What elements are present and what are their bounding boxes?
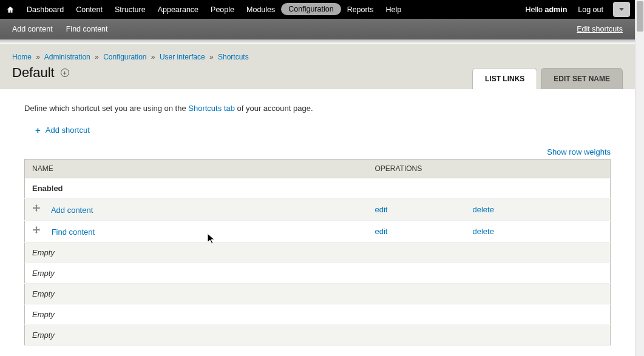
username[interactable]: admin bbox=[544, 5, 567, 14]
show-row-weights-link[interactable]: Show row weights bbox=[547, 147, 611, 156]
col-name: NAME bbox=[25, 160, 368, 178]
delete-link[interactable]: delete bbox=[472, 227, 493, 236]
table-row-empty: Empty bbox=[25, 284, 611, 304]
menu-people[interactable]: People bbox=[205, 0, 240, 19]
drag-handle-icon[interactable] bbox=[32, 204, 41, 213]
breadcrumb-administration[interactable]: Administration bbox=[44, 53, 90, 61]
page-title: Default + bbox=[12, 65, 69, 89]
menu-reports[interactable]: Reports bbox=[341, 0, 380, 19]
content-region: Define which shortcut set you are using … bbox=[0, 89, 635, 356]
edit-link[interactable]: edit bbox=[375, 205, 388, 214]
toolbar-toggle-icon[interactable] bbox=[613, 2, 630, 17]
delete-link[interactable]: delete bbox=[472, 205, 493, 214]
row-link-add-content[interactable]: Add content bbox=[51, 206, 93, 215]
plus-icon: + bbox=[35, 125, 41, 135]
add-shortcut-label: Add shortcut bbox=[46, 126, 90, 135]
show-row-weights: Show row weights bbox=[24, 147, 611, 156]
breadcrumb: Home » Administration » Configuration » … bbox=[12, 53, 623, 61]
shortcut-find-content[interactable]: Find content bbox=[66, 25, 108, 33]
empty-cell: Empty bbox=[25, 243, 611, 263]
intro-before: Define which shortcut set you are using … bbox=[24, 104, 188, 113]
table-row-empty: Empty bbox=[25, 243, 611, 263]
breadcrumb-home[interactable]: Home bbox=[12, 53, 32, 61]
empty-cell: Empty bbox=[25, 304, 611, 325]
edit-link[interactable]: edit bbox=[375, 227, 388, 236]
col-operations: OPERATIONS bbox=[368, 160, 611, 178]
scrollbar-thumb[interactable] bbox=[637, 1, 643, 32]
table-row: Find content edit delete bbox=[25, 221, 611, 243]
add-to-shortcuts-icon[interactable]: + bbox=[61, 69, 69, 77]
shortcut-table: NAME OPERATIONS Enabled Add content edit bbox=[24, 159, 611, 346]
tab-list-links[interactable]: LIST LINKS bbox=[472, 68, 537, 89]
hello-prefix: Hello bbox=[526, 5, 545, 14]
edit-shortcuts-link[interactable]: Edit shortcuts bbox=[577, 25, 623, 33]
shortcut-add-content[interactable]: Add content bbox=[12, 25, 53, 33]
empty-cell: Empty bbox=[25, 325, 611, 346]
admin-toolbar: Dashboard Content Structure Appearance P… bbox=[0, 0, 635, 19]
page-header-area: Home » Administration » Configuration » … bbox=[0, 44, 635, 89]
breadcrumb-sep: » bbox=[207, 53, 216, 61]
tab-edit-set-name[interactable]: EDIT SET NAME bbox=[541, 68, 623, 89]
admin-menu: Dashboard Content Structure Appearance P… bbox=[21, 0, 407, 19]
breadcrumb-configuration[interactable]: Configuration bbox=[103, 53, 146, 61]
empty-cell: Empty bbox=[25, 284, 611, 304]
hello-user: Hello admin bbox=[526, 5, 568, 14]
breadcrumb-sep: » bbox=[149, 53, 158, 61]
breadcrumb-sep: » bbox=[33, 53, 42, 61]
empty-cell: Empty bbox=[25, 263, 611, 284]
logout-link[interactable]: Log out bbox=[578, 5, 603, 14]
user-block: Hello admin Log out bbox=[526, 5, 610, 14]
table-row-empty: Empty bbox=[25, 325, 611, 346]
breadcrumb-user-interface[interactable]: User interface bbox=[160, 53, 205, 61]
add-shortcut-link[interactable]: + Add shortcut bbox=[35, 125, 611, 135]
primary-tabs: LIST LINKS EDIT SET NAME bbox=[472, 68, 623, 89]
breadcrumb-shortcuts[interactable]: Shortcuts bbox=[218, 53, 249, 61]
breadcrumb-sep: » bbox=[92, 53, 101, 61]
intro-after: of your account page. bbox=[235, 104, 313, 113]
table-row-empty: Empty bbox=[25, 263, 611, 284]
menu-modules[interactable]: Modules bbox=[240, 0, 281, 19]
menu-appearance[interactable]: Appearance bbox=[152, 0, 205, 19]
menu-help[interactable]: Help bbox=[379, 0, 407, 19]
scrollbar[interactable] bbox=[635, 0, 644, 356]
row-link-find-content[interactable]: Find content bbox=[52, 227, 95, 237]
toolbar-shadow bbox=[0, 39, 635, 44]
home-icon[interactable] bbox=[0, 0, 21, 19]
table-row: Add content edit delete bbox=[25, 199, 611, 221]
menu-configuration[interactable]: Configuration bbox=[281, 3, 341, 15]
section-enabled: Enabled bbox=[25, 178, 611, 199]
menu-structure[interactable]: Structure bbox=[109, 0, 152, 19]
shortcuts-tab-link[interactable]: Shortcuts tab bbox=[188, 104, 235, 113]
shortcut-bar: Add content Find content Edit shortcuts bbox=[0, 19, 635, 39]
page-title-text: Default bbox=[12, 65, 55, 81]
drag-handle-icon[interactable] bbox=[32, 226, 41, 235]
menu-content[interactable]: Content bbox=[70, 0, 109, 19]
table-row-empty: Empty bbox=[25, 304, 611, 325]
intro-text: Define which shortcut set you are using … bbox=[24, 104, 611, 113]
menu-dashboard[interactable]: Dashboard bbox=[21, 0, 70, 19]
